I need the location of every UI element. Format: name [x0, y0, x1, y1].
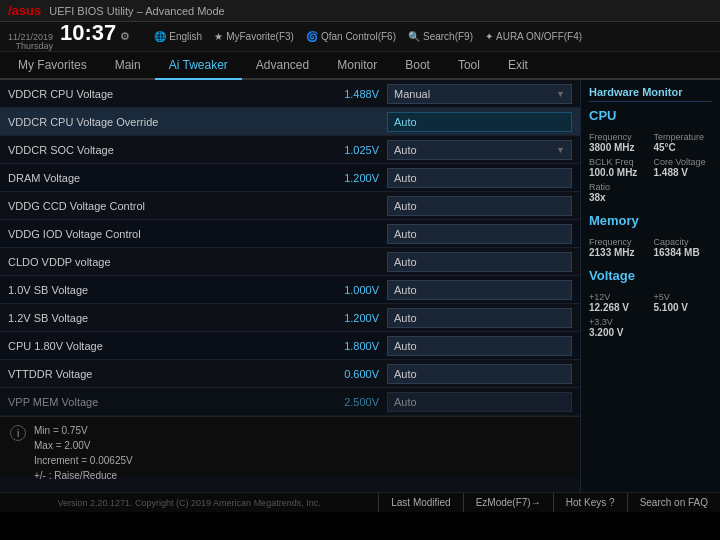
- table-row: DRAM Voltage 1.200V Auto: [0, 164, 580, 192]
- tools-bar: 🌐 English ★ MyFavorite(F3) 🌀 Qfan Contro…: [154, 31, 712, 42]
- table-row: CPU 1.80V Voltage 1.800V Auto: [0, 332, 580, 360]
- row-label: CPU 1.80V Voltage: [8, 340, 324, 352]
- row-value: 1.488V: [324, 88, 379, 100]
- stat-value-corevolt: 1.488 V: [654, 167, 713, 178]
- tool-qfan[interactable]: 🌀 Qfan Control(F6): [306, 31, 396, 42]
- status-bar: Version 2.20.1271. Copyright (C) 2019 Am…: [0, 492, 720, 512]
- row-label: VDDG CCD Voltage Control: [8, 200, 324, 212]
- row-value: 2.500V: [324, 396, 379, 408]
- nav-main[interactable]: Main: [101, 52, 155, 80]
- stat-value-33v: 3.200 V: [589, 327, 648, 338]
- cpu-stats: Frequency 3800 MHz Temperature 45°C BCLK…: [589, 132, 712, 203]
- nav-ai-tweaker[interactable]: Ai Tweaker: [155, 52, 242, 80]
- hw-monitor-panel: Hardware Monitor CPU Frequency 3800 MHz …: [580, 80, 720, 492]
- row-control[interactable]: Auto: [387, 112, 572, 132]
- row-label: CLDO VDDP voltage: [8, 256, 324, 268]
- tool-english[interactable]: 🌐 English: [154, 31, 202, 42]
- stat-label-freq: Frequency: [589, 132, 648, 142]
- info-text: Min = 0.75V Max = 2.00V Increment = 0.00…: [34, 423, 133, 483]
- row-value: 1.200V: [324, 312, 379, 324]
- row-control[interactable]: Auto: [387, 392, 572, 412]
- clock-time: 10:37: [60, 22, 116, 44]
- row-control[interactable]: Auto: [387, 196, 572, 216]
- main-area: VDDCR CPU Voltage 1.488V Manual▼ VDDCR C…: [0, 80, 720, 492]
- row-control[interactable]: Auto: [387, 168, 572, 188]
- row-label: VPP MEM Voltage: [8, 396, 324, 408]
- voltage-stats: +12V 12.268 V +5V 5.100 V +3.3V 3.200 V: [589, 292, 712, 338]
- gear-icon[interactable]: ⚙: [120, 30, 130, 43]
- row-label: VTTDDR Voltage: [8, 368, 324, 380]
- row-label: DRAM Voltage: [8, 172, 324, 184]
- row-label: VDDG IOD Voltage Control: [8, 228, 324, 240]
- stat-label-corevolt: Core Voltage: [654, 157, 713, 167]
- table-row: VDDCR CPU Voltage Override Auto: [0, 108, 580, 136]
- nav-exit[interactable]: Exit: [494, 52, 542, 80]
- row-control[interactable]: Auto: [387, 336, 572, 356]
- stat-value-memfreq: 2133 MHz: [589, 247, 648, 258]
- status-hotkeys[interactable]: Hot Keys ?: [553, 493, 627, 512]
- row-label: 1.0V SB Voltage: [8, 284, 324, 296]
- tool-aura[interactable]: ✦ AURA ON/OFF(F4): [485, 31, 582, 42]
- top-bar: /asus UEFI BIOS Utility – Advanced Mode: [0, 0, 720, 22]
- nav-tool[interactable]: Tool: [444, 52, 494, 80]
- nav-advanced[interactable]: Advanced: [242, 52, 323, 80]
- table-row: VDDCR CPU Voltage 1.488V Manual▼: [0, 80, 580, 108]
- stat-label-bclk: BCLK Freq: [589, 157, 648, 167]
- table-row: VPP MEM Voltage 2.500V Auto: [0, 388, 580, 416]
- memory-section-title: Memory: [589, 213, 712, 231]
- row-control[interactable]: Auto▼: [387, 140, 572, 160]
- nav-my-favorites[interactable]: My Favorites: [4, 52, 101, 80]
- content-panel: VDDCR CPU Voltage 1.488V Manual▼ VDDCR C…: [0, 80, 580, 492]
- table-row: CLDO VDDP voltage Auto: [0, 248, 580, 276]
- row-label: 1.2V SB Voltage: [8, 312, 324, 324]
- row-label: VDDCR CPU Voltage Override: [8, 116, 324, 128]
- stat-label-5v: +5V: [654, 292, 713, 302]
- voltage-section-title: Voltage: [589, 268, 712, 286]
- row-label: VDDCR SOC Voltage: [8, 144, 324, 156]
- stat-label-ratio: Ratio: [589, 182, 648, 192]
- stat-label-capacity: Capacity: [654, 237, 713, 247]
- tool-myfavorite[interactable]: ★ MyFavorite(F3): [214, 31, 294, 42]
- date-line2: Thursday: [16, 42, 54, 51]
- status-ezmode[interactable]: EzMode(F7)→: [463, 493, 553, 512]
- nav-boot[interactable]: Boot: [391, 52, 444, 80]
- stat-value-freq: 3800 MHz: [589, 142, 648, 153]
- stat-value-temp: 45°C: [654, 142, 713, 153]
- status-search-faq[interactable]: Search on FAQ: [627, 493, 720, 512]
- table-row: VDDG IOD Voltage Control Auto: [0, 220, 580, 248]
- tool-search[interactable]: 🔍 Search(F9): [408, 31, 473, 42]
- row-control[interactable]: Auto: [387, 364, 572, 384]
- stat-label-12v: +12V: [589, 292, 648, 302]
- table-row: 1.2V SB Voltage 1.200V Auto: [0, 304, 580, 332]
- row-control[interactable]: Auto: [387, 308, 572, 328]
- stat-value-5v: 5.100 V: [654, 302, 713, 313]
- table-row: VDDG CCD Voltage Control Auto: [0, 192, 580, 220]
- row-value: 1.800V: [324, 340, 379, 352]
- stat-value-12v: 12.268 V: [589, 302, 648, 313]
- row-control[interactable]: Auto: [387, 224, 572, 244]
- copyright-text: Version 2.20.1271. Copyright (C) 2019 Am…: [0, 498, 378, 508]
- table-row: VDDCR SOC Voltage 1.025V Auto▼: [0, 136, 580, 164]
- stat-label-temp: Temperature: [654, 132, 713, 142]
- table-row: VTTDDR Voltage 0.600V Auto: [0, 360, 580, 388]
- memory-stats: Frequency 2133 MHz Capacity 16384 MB: [589, 237, 712, 258]
- row-value: 1.025V: [324, 144, 379, 156]
- info-panel: i Min = 0.75V Max = 2.00V Increment = 0.…: [0, 416, 580, 476]
- stat-value-bclk: 100.0 MHz: [589, 167, 648, 178]
- asus-logo: /asus: [8, 3, 41, 18]
- stat-label-memfreq: Frequency: [589, 237, 648, 247]
- datetime: 11/21/2019 Thursday 10:37 ⚙: [8, 22, 130, 51]
- row-value: 1.000V: [324, 284, 379, 296]
- cpu-section-title: CPU: [589, 108, 712, 126]
- second-bar: 11/21/2019 Thursday 10:37 ⚙ 🌐 English ★ …: [0, 22, 720, 52]
- row-control[interactable]: Manual▼: [387, 84, 572, 104]
- row-control[interactable]: Auto: [387, 280, 572, 300]
- row-value: 1.200V: [324, 172, 379, 184]
- row-label: VDDCR CPU Voltage: [8, 88, 324, 100]
- info-icon: i: [10, 425, 26, 441]
- bios-title: UEFI BIOS Utility – Advanced Mode: [49, 5, 224, 17]
- nav-monitor[interactable]: Monitor: [323, 52, 391, 80]
- status-last-modified[interactable]: Last Modified: [378, 493, 462, 512]
- row-control[interactable]: Auto: [387, 252, 572, 272]
- row-value: 0.600V: [324, 368, 379, 380]
